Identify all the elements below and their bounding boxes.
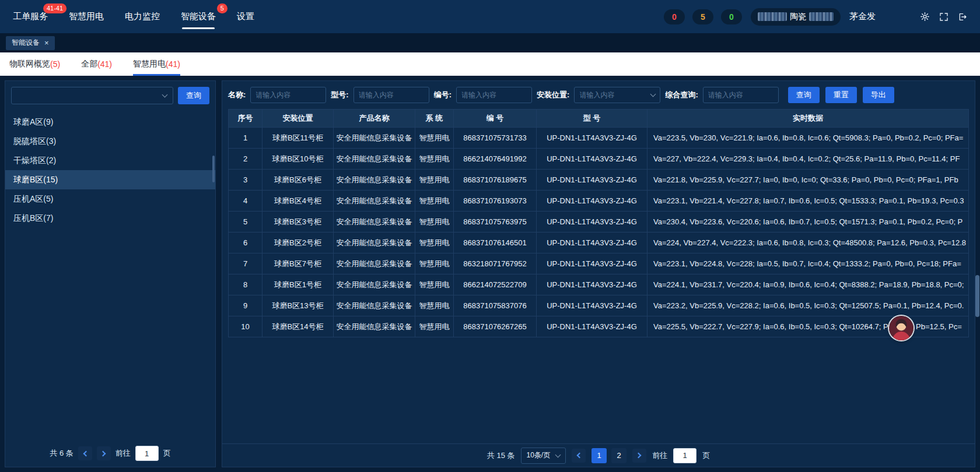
goto-page-input[interactable] <box>673 448 696 463</box>
nav-item[interactable]: 工单服务41-41 <box>13 0 48 33</box>
table-cell: 智慧用电 <box>415 149 454 170</box>
logout-icon[interactable] <box>958 12 967 22</box>
prev-page-button[interactable] <box>572 449 586 463</box>
table-cell: 安全用能信息采集设备 <box>334 191 415 212</box>
table-pagination: 共 15 条 10条/页 12 前往 页 <box>222 443 975 467</box>
gear-icon[interactable] <box>920 12 930 22</box>
group-list-item[interactable]: 球磨A区(9) <box>5 112 215 132</box>
nav-item[interactable]: 电力监控 <box>125 0 160 33</box>
table-cell: 安全用能信息采集设备 <box>334 316 415 337</box>
main-nav: 工单服务41-41智慧用电电力监控智能设备5设置 <box>13 0 254 33</box>
column-header: 系 统 <box>415 110 454 128</box>
export-button[interactable]: 导出 <box>863 87 894 103</box>
table-row[interactable]: 3球磨B区6号柜安全用能信息采集设备智慧用电868371076189675UP-… <box>229 170 969 191</box>
group-list: 球磨A区(9)脱硫塔区(3)干燥塔区(2)球磨B区(15)压机A区(5)压机B区… <box>5 110 215 440</box>
table-cell: 安全用能信息采集设备 <box>334 295 415 316</box>
page-number-button[interactable]: 2 <box>611 448 626 463</box>
subtab[interactable]: 智慧用电(41) <box>133 52 180 76</box>
filter-input[interactable] <box>456 87 532 103</box>
status-counter[interactable]: 5 <box>692 9 713 24</box>
table-cell: 安全用能信息采集设备 <box>334 253 415 274</box>
close-icon[interactable]: × <box>44 39 49 47</box>
subtab-count: (41) <box>166 59 180 69</box>
page-numbers: 12 <box>592 448 626 463</box>
filter-input[interactable] <box>354 87 429 103</box>
table-row[interactable]: 10球磨B区14号柜安全用能信息采集设备智慧用电868371076267265U… <box>229 316 969 337</box>
group-list-item[interactable]: 干燥塔区(2) <box>5 151 215 170</box>
nav-item[interactable]: 智能设备5 <box>181 0 216 33</box>
table-row[interactable]: 5球磨B区3号柜安全用能信息采集设备智慧用电868371075763975UP-… <box>229 212 969 233</box>
table-cell: 球磨B区10号柜 <box>262 149 334 170</box>
goto-label: 前往 <box>652 450 667 461</box>
reset-button[interactable]: 重置 <box>825 87 857 103</box>
device-table: 序号安装位置产品名称系 统编 号型 号实时数据 1球磨B区11号柜安全用能信息采… <box>228 109 969 337</box>
table-cell: 6 <box>229 233 262 253</box>
column-header: 型 号 <box>537 110 648 128</box>
table-row[interactable]: 9球磨B区13号柜安全用能信息采集设备智慧用电868371075837076UP… <box>229 295 969 316</box>
subtab[interactable]: 全部(41) <box>81 52 112 76</box>
page-size-select[interactable]: 10条/页 <box>521 448 566 464</box>
group-list-item[interactable]: 压机A区(5) <box>5 189 215 209</box>
table-cell: 球磨B区6号柜 <box>262 170 334 191</box>
table-cell: UP-DN1-L1T4A3V3-ZJ-4G <box>537 149 648 170</box>
table-cell: Va=227, Vb=222.4, Vc=229.3; Ia=0.4, Ib=0… <box>648 149 969 170</box>
device-table-panel: 名称:型号:编号:安装位置:请输入内容综合查询: 查询 重置 导出 序号安装位置… <box>222 80 975 467</box>
group-list-item[interactable]: 压机B区(7) <box>5 209 215 228</box>
query-button[interactable]: 查询 <box>788 87 820 103</box>
sidebar-next-page-button[interactable] <box>97 446 111 460</box>
window-scrollbar-thumb[interactable] <box>975 275 979 317</box>
table-cell: 球磨B区7号柜 <box>262 253 334 274</box>
filter-input[interactable] <box>703 87 779 103</box>
group-list-item[interactable]: 脱硫塔区(3) <box>5 132 215 151</box>
sidebar-filter-row: 查询 <box>5 81 215 110</box>
filter-select[interactable]: 请输入内容 <box>574 87 660 103</box>
table-row[interactable]: 8球磨B区1号柜安全用能信息采集设备智慧用电866214072522709UP-… <box>229 274 969 295</box>
sidebar-prev-page-button[interactable] <box>78 446 92 460</box>
table-cell: 智慧用电 <box>415 295 454 316</box>
open-tab-smart-devices[interactable]: 智能设备 × <box>6 36 55 50</box>
table-cell: 球磨B区14号柜 <box>262 316 334 337</box>
table-row[interactable]: 6球磨B区2号柜安全用能信息采集设备智慧用电868371076146501UP-… <box>229 233 969 253</box>
table-cell: 球磨B区1号柜 <box>262 274 334 295</box>
nav-item[interactable]: 智慧用电 <box>69 0 104 33</box>
table-cell: 球磨B区4号柜 <box>262 191 334 212</box>
group-list-item[interactable]: 球磨B区(15) <box>5 170 215 189</box>
sidebar-goto-page-input[interactable] <box>135 446 159 461</box>
table-row[interactable]: 1球磨B区11号柜安全用能信息采集设备智慧用电868371075731733UP… <box>229 128 969 149</box>
status-counters: 050 <box>656 9 742 24</box>
sidebar-query-button[interactable]: 查询 <box>178 87 209 104</box>
customer-service-avatar[interactable] <box>889 316 914 340</box>
nav-item[interactable]: 设置 <box>237 0 254 33</box>
column-header: 序号 <box>229 110 262 128</box>
subtab-label: 全部 <box>81 59 97 69</box>
table-row[interactable]: 2球磨B区10号柜安全用能信息采集设备智慧用电866214076491992UP… <box>229 149 969 170</box>
subtab[interactable]: 物联网概览(5) <box>9 52 60 76</box>
table-cell: 1 <box>229 128 262 149</box>
next-page-button[interactable] <box>632 449 646 463</box>
table-cell: UP-DN1-L1T4A3V3-ZJ-4G <box>537 316 648 337</box>
column-header: 实时数据 <box>648 110 969 128</box>
status-counter[interactable]: 0 <box>664 9 685 24</box>
status-counter[interactable]: 0 <box>721 9 742 24</box>
filter-select-placeholder: 请输入内容 <box>579 90 614 100</box>
table-cell: 安全用能信息采集设备 <box>334 128 415 149</box>
group-filter-select[interactable] <box>11 87 173 104</box>
table-cell: Va=221.8, Vb=225.9, Vc=227.7; Ia=0, Ib=0… <box>648 170 969 191</box>
table-row[interactable]: 7球磨B区7号柜安全用能信息采集设备智慧用电863218071767952UP-… <box>229 253 969 274</box>
username[interactable]: 茅金发 <box>849 11 876 22</box>
table-cell: 智慧用电 <box>415 191 454 212</box>
fullscreen-icon[interactable] <box>939 12 949 22</box>
filter-input[interactable] <box>250 87 326 103</box>
table-cell: 5 <box>229 212 262 233</box>
table-body: 1球磨B区11号柜安全用能信息采集设备智慧用电868371075731733UP… <box>229 128 969 337</box>
subtab-count: (41) <box>97 59 112 69</box>
table-cell: 安全用能信息采集设备 <box>334 212 415 233</box>
table-cell: 球磨B区11号柜 <box>262 128 334 149</box>
table-cell: 868371076146501 <box>454 233 537 253</box>
page-number-button[interactable]: 1 <box>592 448 607 463</box>
subtab-label: 物联网概览 <box>9 59 50 69</box>
column-header: 产品名称 <box>334 110 415 128</box>
table-row[interactable]: 4球磨B区4号柜安全用能信息采集设备智慧用电868371076193073UP-… <box>229 191 969 212</box>
sidebar-scrollbar[interactable] <box>212 156 215 182</box>
chevron-right-icon <box>636 453 642 459</box>
